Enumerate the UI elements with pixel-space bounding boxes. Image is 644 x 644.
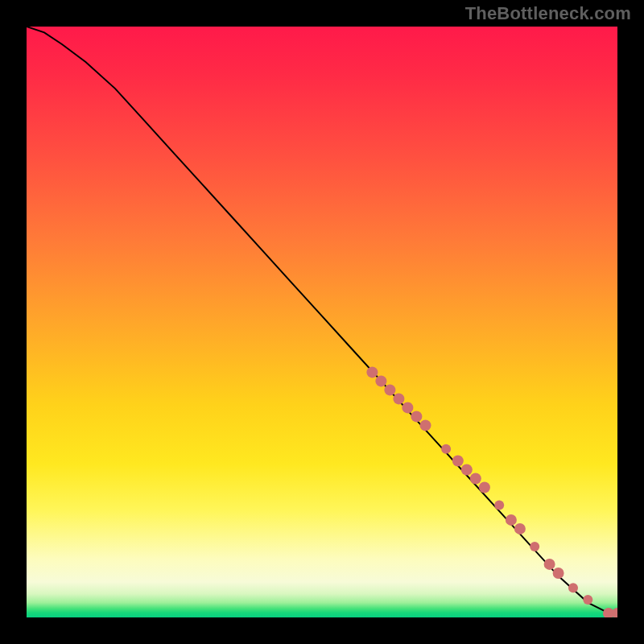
data-point-cluster-1 [366,366,378,378]
data-point-spot-d [583,595,592,605]
data-point-cluster-1f [411,411,422,422]
data-point-cluster-2a [452,456,464,467]
data-point-cluster-1c [384,384,395,395]
data-point-cluster-3b [514,523,526,535]
data-point-spot-a [494,501,504,510]
plot-area [27,27,617,617]
chart-frame: TheBottleneck.com [0,0,644,644]
data-point-cluster-4b [553,568,564,579]
data-point-cluster-2c [470,473,481,485]
watermark-text: TheBottleneck.com [465,3,631,24]
data-point-cluster-3a [506,514,517,526]
data-point-end-2 [612,608,617,617]
data-point-spot-c [568,583,578,592]
data-point-cluster-1g [420,419,431,431]
curve-line [27,27,617,614]
chart-overlay [27,27,617,617]
data-point-cluster-2b [461,464,473,476]
data-point-cluster-1d [393,393,404,404]
data-point-cluster-1e [402,402,413,413]
data-point-cluster-2d [479,482,490,493]
data-point-spot-b [530,542,539,551]
data-point-cluster-1b [375,375,386,386]
data-point-gap-a [441,444,451,454]
data-points [366,366,617,617]
data-point-cluster-4a [544,559,555,570]
